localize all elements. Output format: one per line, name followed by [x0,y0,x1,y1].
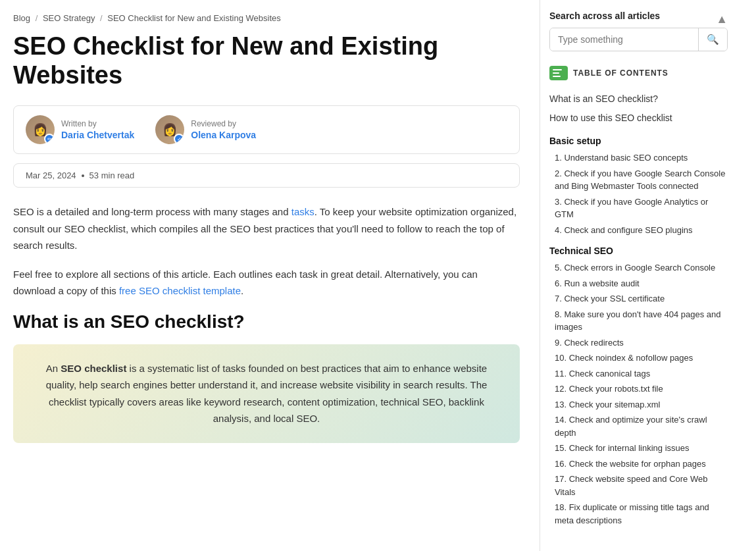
toc-item-0-3[interactable]: 4. Check and configure SEO plugins [549,223,728,238]
para2-text: Feel free to explore all sections of thi… [13,269,478,297]
para2-rest: . [241,285,243,296]
search-input[interactable] [550,28,698,51]
article-date: Mar 25, 2024 [26,171,76,180]
search-button[interactable]: 🔍 [698,28,727,51]
reviewed-by-label: Reviewed by [191,119,256,128]
breadcrumb-sep1: / [36,13,38,23]
written-by-item: 👩 ✏ Written by Daria Chetvertak [26,115,134,144]
main-content: Blog / SEO Strategy / SEO Checklist for … [0,0,540,551]
toc-item-1-13[interactable]: 18. Fix duplicate or missing title tags … [549,500,728,528]
scroll-up-icon[interactable]: ▲ [716,13,728,25]
toc-label: TABLE OF CONTENTS [573,68,668,78]
toc-item-1-6[interactable]: 11. Check canonical tags [549,366,728,382]
meta-dot [82,174,84,177]
reviewed-by-item: 👩 ✓ Reviewed by Olena Karpova [155,115,256,144]
toc-item-1-1[interactable]: 6. Run a website audit [549,276,728,292]
toc-sections: Basic setup1. Understand basic SEO conce… [549,136,728,528]
reviewed-by-badge: ✓ [174,134,184,144]
toc-item-0-1[interactable]: 2. Check if you have Google Search Conso… [549,166,728,194]
written-by-name[interactable]: Daria Chetvertak [61,130,134,140]
written-by-info: Written by Daria Chetvertak [61,119,134,140]
toc-item-1-12[interactable]: 17. Check website speed and Core Web Vit… [549,471,728,500]
reviewed-by-name[interactable]: Olena Karpova [191,130,256,140]
sidebar: Search across all articles ▲ 🔍 TABLE OF … [540,0,737,551]
toc-top-item-1[interactable]: How to use this SEO checklist [549,109,728,128]
search-label: Search across all articles [549,11,660,21]
breadcrumb-sep2: / [100,13,103,23]
para2-link[interactable]: free SEO checklist template [119,285,241,296]
para1-link[interactable]: tasks [291,206,315,217]
toc-item-1-4[interactable]: 9. Check redirects [549,335,728,351]
callout-text: An SEO checklist is a systematic list of… [46,363,488,425]
breadcrumb-blog[interactable]: Blog [13,13,30,23]
written-by-label: Written by [61,119,134,128]
toc-item-1-11[interactable]: 16. Check the website for orphan pages [549,456,728,472]
article-para1: SEO is a detailed and long-term process … [13,203,520,254]
toc-header: TABLE OF CONTENTS [549,66,728,80]
search-box: 🔍 [549,28,728,51]
toc-item-1-3[interactable]: 8. Make sure you don't have 404 pages an… [549,307,728,335]
toc-item-1-8[interactable]: 13. Check your sitemap.xml [549,397,728,413]
toc-item-1-2[interactable]: 7. Check your SSL certificate [549,291,728,307]
reviewed-by-avatar: 👩 ✓ [155,115,184,144]
toc-top-items: What is an SEO checklist?How to use this… [549,90,728,128]
para1-text: SEO is a detailed and long-term process … [13,206,291,217]
breadcrumb: Blog / SEO Strategy / SEO Checklist for … [13,13,520,23]
breadcrumb-current: SEO Checklist for New and Existing Websi… [107,13,280,23]
toc-section-title-0: Basic setup [549,136,728,146]
toc-item-1-7[interactable]: 12. Check your robots.txt file [549,381,728,397]
page-title: SEO Checklist for New and Existing Websi… [13,32,520,90]
toc-item-1-5[interactable]: 10. Check noindex & nofollow pages [549,350,728,366]
article-read-time: 53 min read [89,171,135,180]
toc-item-0-2[interactable]: 3. Check if you have Google Analytics or… [549,194,728,223]
meta-row: Mar 25, 2024 53 min read [13,163,520,188]
toc-section-title-1: Technical SEO [549,246,728,256]
toc-icon [549,66,568,80]
toc-item-1-9[interactable]: 14. Check and optimize your site's crawl… [549,412,728,440]
section-heading: What is an SEO checklist? [13,311,520,332]
written-by-badge: ✏ [44,134,55,144]
breadcrumb-seo-strategy[interactable]: SEO Strategy [43,13,95,23]
toc-top-item-0[interactable]: What is an SEO checklist? [549,90,728,109]
reviewed-by-info: Reviewed by Olena Karpova [191,119,256,140]
toc-item-0-0[interactable]: 1. Understand basic SEO concepts [549,150,728,166]
toc-item-1-10[interactable]: 15. Check for internal linking issues [549,440,728,456]
callout-box: An SEO checklist is a systematic list of… [13,344,520,443]
written-by-avatar: 👩 ✏ [26,115,55,144]
article-para2: Feel free to explore all sections of thi… [13,266,520,300]
author-box: 👩 ✏ Written by Daria Chetvertak 👩 ✓ Revi… [13,105,520,154]
toc-item-1-0[interactable]: 5. Check errors in Google Search Console [549,260,728,276]
